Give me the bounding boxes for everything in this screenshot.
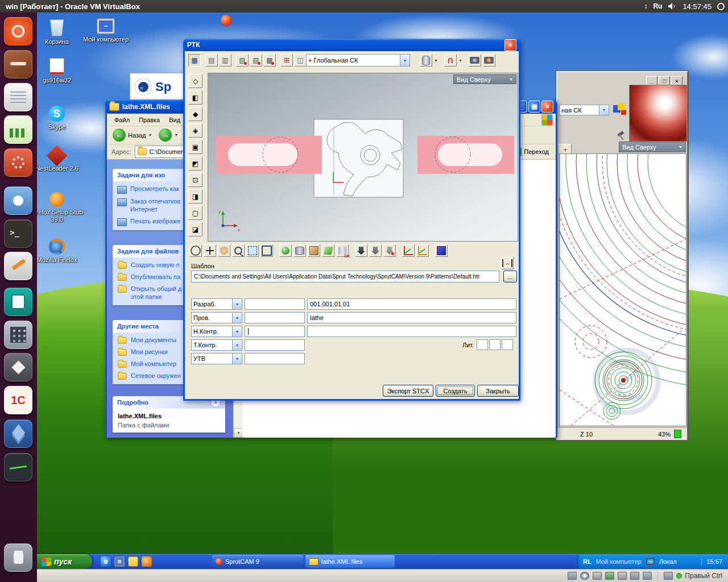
table-button[interactable]: ▨ <box>250 54 262 66</box>
dropdown-icon[interactable]: ▼ <box>148 133 152 137</box>
vbox-cd-icon[interactable] <box>580 572 589 580</box>
tool-display-button[interactable] <box>355 244 367 257</box>
toolpath-canvas[interactable] <box>559 153 686 426</box>
keyboard-layout-icon[interactable]: ↕ <box>644 2 647 10</box>
stock-button[interactable] <box>420 54 432 66</box>
shaded-view-button[interactable] <box>279 244 292 257</box>
restore-button[interactable]: ▣ <box>528 101 540 113</box>
vbox-audio-icon[interactable] <box>593 572 602 580</box>
tool-display-button[interactable] <box>369 244 382 257</box>
grid-button[interactable]: ⊞ <box>280 54 293 66</box>
background-color-button[interactable] <box>435 244 448 257</box>
model-tool-button[interactable]: ▣ <box>188 140 202 154</box>
desktop-icon-skype[interactable]: Skype <box>35 106 78 131</box>
vbox-mouse-icon[interactable] <box>664 572 673 580</box>
back-button[interactable]: ← Назад ▼ <box>110 128 154 142</box>
vbox-usb-icon[interactable] <box>618 572 627 580</box>
tcontrol-name-input[interactable] <box>245 339 305 351</box>
model-tool-button[interactable]: ◧ <box>188 90 202 105</box>
model-tool-button[interactable]: ◆ <box>188 107 202 121</box>
table-button[interactable]: ▧ <box>236 54 249 66</box>
template-path-input[interactable]: C:\Documents and Settings\All Users\Appl… <box>191 271 499 282</box>
model-tool-button[interactable]: ◩ <box>188 156 202 171</box>
graph-button[interactable] <box>402 244 415 257</box>
launcher-trash-icon[interactable] <box>4 543 32 572</box>
zoom-window-button[interactable] <box>246 244 259 257</box>
move-view-button[interactable] <box>204 244 216 257</box>
rotate-view-button[interactable] <box>189 244 202 257</box>
menu-file[interactable]: Файл <box>110 115 134 124</box>
quicklaunch-ie-icon[interactable] <box>101 556 111 567</box>
view-grid-button[interactable]: ▦ <box>188 54 201 66</box>
session-menu-icon[interactable] <box>717 3 725 10</box>
role-combo-approve[interactable]: УТВ▼ <box>191 353 242 364</box>
role-combo-tcontrol[interactable]: Т.Контр.▼ <box>191 339 242 351</box>
taskbar-task-explorer[interactable]: lathe.XML.files <box>305 555 395 568</box>
taskbar-task-sprutcam[interactable]: SprutCAM 9 <box>212 555 303 568</box>
dropdown-icon[interactable]: ▼ <box>400 55 410 66</box>
quicklaunch-media-icon[interactable] <box>142 556 152 567</box>
model-tool-button[interactable]: ▢ <box>188 206 202 220</box>
dropdown-icon[interactable]: ▼ <box>599 105 609 115</box>
desktop-icon-recycle-bin[interactable]: Корзина <box>36 19 77 45</box>
role-combo-ncontrol[interactable]: Н.Контр.▼ <box>191 326 242 337</box>
rtk-titlebar[interactable]: РТК × <box>185 39 519 51</box>
dropdown-icon[interactable]: ▼ <box>232 340 242 350</box>
part-name-input[interactable]: lathe <box>307 312 516 323</box>
vbox-display-icon[interactable] <box>643 572 652 580</box>
desktop-icon-firefox-setup[interactable]: Firefox Setup Stub 39.0 <box>30 192 84 223</box>
magnet-button[interactable]: U <box>444 54 457 66</box>
dropdown-icon[interactable]: ▼ <box>232 354 242 364</box>
scheme-button[interactable]: ▥ <box>219 54 231 66</box>
developer-name-input[interactable] <box>245 298 305 310</box>
coordinate-system-combo[interactable]: ная СК ▼ <box>559 105 609 115</box>
launcher-1c-icon[interactable]: 1С <box>4 386 32 414</box>
grid-button[interactable]: ◫ <box>294 54 307 66</box>
volume-icon[interactable] <box>668 2 677 10</box>
model-tool-button[interactable]: ◈ <box>188 123 202 138</box>
model-tool-button[interactable]: ◪ <box>188 222 202 236</box>
tool-display-button[interactable] <box>383 244 396 257</box>
extra-input[interactable] <box>307 326 516 337</box>
forward-button[interactable]: → ▼ <box>156 128 180 142</box>
model-tool-button[interactable]: ⊡ <box>188 173 202 187</box>
model-tool-button[interactable]: ◨ <box>188 189 202 203</box>
box-view-button[interactable] <box>308 244 320 257</box>
vbox-network-icon[interactable] <box>605 572 614 580</box>
close-dialog-button[interactable]: Закрыть <box>477 385 519 397</box>
table-button[interactable]: ▩ <box>263 54 276 66</box>
dropdown-icon[interactable]: ▼ <box>434 59 438 63</box>
view-selector[interactable]: Вид Сверху ▼ <box>453 74 516 84</box>
stock-view-button[interactable] <box>293 244 306 257</box>
graph-button[interactable] <box>416 244 429 257</box>
export-stcx-button[interactable]: Экспорт STCX <box>383 385 433 397</box>
language-indicator[interactable]: Ru <box>653 2 662 10</box>
menu-edit[interactable]: Правка <box>135 115 164 124</box>
lit-box-1[interactable] <box>477 339 488 350</box>
dropdown-icon[interactable]: ▼ <box>174 133 178 137</box>
coordinate-system-combo[interactable]: + Глобальная СК ▼ <box>306 54 410 66</box>
start-button[interactable]: пуск <box>37 554 92 569</box>
tray-network-icon[interactable] <box>646 558 655 565</box>
close-button[interactable]: × <box>541 101 553 113</box>
camera-button[interactable] <box>469 54 481 66</box>
close-button[interactable]: × <box>504 39 516 51</box>
browse-button[interactable]: ... <box>503 271 517 282</box>
zoom-fit-button[interactable] <box>260 244 273 257</box>
vbox-sharedfolders-icon[interactable] <box>630 572 639 580</box>
checker-name-input[interactable] <box>245 312 305 323</box>
launcher-settings-icon[interactable] <box>4 148 32 177</box>
desktop-icon-my-computer[interactable]: Мой компьютер <box>80 18 132 43</box>
ncontrol-name-input[interactable] <box>245 326 305 337</box>
host-clock[interactable]: 14:57:45 <box>682 2 712 11</box>
model-tool-button[interactable]: ◇ <box>188 74 202 88</box>
launcher-text-editor-icon[interactable] <box>4 252 32 280</box>
desktop-icon-nestleader[interactable]: NestLeader 2.6 <box>33 147 81 172</box>
dropdown-icon[interactable]: ▼ <box>232 299 242 309</box>
dropdown-icon[interactable]: ▼ <box>458 59 462 63</box>
desktop-icon-gs916w32[interactable]: gs916w32 <box>34 58 80 84</box>
launcher-virtualbox-icon[interactable] <box>4 419 32 448</box>
role-combo-developer[interactable]: Разраб.▼ <box>191 298 242 310</box>
quicklaunch-show-desktop-icon[interactable] <box>114 556 125 567</box>
rtk-viewport[interactable]: x y Вид Сверху ▼ <box>208 73 518 242</box>
